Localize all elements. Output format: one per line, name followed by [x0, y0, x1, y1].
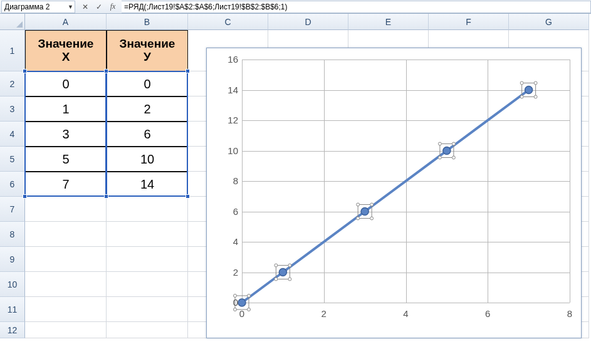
table-cell-r0-c1[interactable]: 0: [107, 71, 188, 96]
svg-point-11: [357, 203, 360, 206]
table-cell-r3-c1[interactable]: 10: [107, 147, 188, 172]
x-axis-tick: 8: [560, 308, 579, 319]
column-header-B[interactable]: B: [107, 14, 188, 30]
cancel-button[interactable]: ✕: [79, 1, 92, 13]
table-header-0[interactable]: ЗначениеХ: [25, 30, 107, 71]
x-axis-tick: 6: [478, 308, 497, 319]
spreadsheet: ABCDEFG 123456789101112 ЗначениеХЗначени…: [0, 14, 591, 363]
cell-A10[interactable]: [25, 272, 107, 297]
cell-A11[interactable]: [25, 297, 107, 322]
row-header-3[interactable]: 3: [0, 96, 25, 122]
chart-point[interactable]: [238, 299, 246, 306]
cell-B10[interactable]: [107, 272, 188, 297]
chart-inner: 024681012141602468: [207, 48, 581, 338]
x-axis-tick: 4: [397, 308, 416, 319]
row-header-5[interactable]: 5: [0, 147, 25, 172]
chart-point[interactable]: [443, 147, 451, 155]
svg-point-7: [288, 264, 291, 267]
svg-point-12: [370, 203, 374, 206]
name-box[interactable]: Диаграмма 2 ▼: [1, 1, 75, 13]
row-header-11[interactable]: 11: [0, 297, 25, 322]
row-header-1[interactable]: 1: [0, 30, 25, 71]
formula-bar: Диаграмма 2 ▼ ✕ ✓ fx =РЯД(;Лист19!$A$2:$…: [0, 0, 591, 14]
svg-point-2: [248, 294, 251, 298]
chart-point[interactable]: [361, 208, 369, 216]
row-header-10[interactable]: 10: [0, 272, 25, 297]
selection-handle[interactable]: [104, 194, 108, 199]
x-axis-tick: 2: [315, 308, 333, 319]
check-icon: ✓: [96, 3, 102, 11]
gridline-h: [242, 303, 570, 303]
cancel-icon: ✕: [82, 3, 88, 11]
column-header-D[interactable]: D: [268, 14, 348, 30]
row-header-2[interactable]: 2: [0, 71, 25, 96]
chart-series[interactable]: [242, 60, 570, 303]
enter-button[interactable]: ✓: [93, 1, 105, 13]
selection-handle[interactable]: [186, 194, 190, 199]
cell-B7[interactable]: [107, 197, 188, 222]
table-header-label: ЗначениеУ: [120, 38, 175, 64]
chart-point[interactable]: [525, 86, 533, 94]
dropdown-icon[interactable]: ▼: [68, 4, 73, 10]
column-header-F[interactable]: F: [429, 14, 509, 30]
chart-plot-area[interactable]: [242, 60, 570, 303]
cell-B9[interactable]: [107, 247, 188, 272]
row-header-8[interactable]: 8: [0, 222, 25, 247]
row-header-6[interactable]: 6: [0, 172, 25, 197]
svg-point-9: [288, 278, 291, 281]
selection-handle[interactable]: [23, 194, 27, 199]
table-cell-r2-c0[interactable]: 3: [25, 122, 107, 147]
table-cell-r4-c1[interactable]: 14: [107, 172, 188, 197]
cell-A12[interactable]: [25, 322, 107, 338]
name-box-text: Диаграмма 2: [4, 3, 50, 11]
y-axis-tick: 14: [213, 85, 238, 95]
insert-function-button[interactable]: fx: [107, 1, 119, 13]
svg-point-16: [438, 142, 441, 145]
column-header-E[interactable]: E: [348, 14, 429, 30]
select-all-corner[interactable]: [0, 14, 25, 30]
row-header-7[interactable]: 7: [0, 197, 25, 222]
table-cell-r1-c1[interactable]: 2: [107, 96, 188, 122]
svg-point-21: [520, 81, 523, 85]
table-cell-r2-c1[interactable]: 6: [107, 122, 188, 147]
table-cell-r1-c0[interactable]: 1: [25, 96, 107, 122]
selection-handle[interactable]: [186, 69, 190, 73]
svg-point-14: [370, 217, 374, 220]
y-axis-tick: 8: [213, 175, 238, 186]
cell-A9[interactable]: [25, 247, 107, 272]
y-axis-tick: 10: [213, 145, 238, 156]
formula-input[interactable]: =РЯД(;Лист19!$A$2:$A$6;Лист19!$B$2:$B$6;…: [122, 1, 591, 13]
formula-buttons: ✕ ✓ fx: [79, 1, 119, 13]
row-header-12[interactable]: 12: [0, 322, 25, 338]
selection-handle[interactable]: [23, 69, 27, 73]
y-axis-tick: 16: [213, 54, 238, 65]
row-headers: 123456789101112: [0, 30, 25, 338]
svg-point-23: [520, 95, 523, 98]
cell-B12[interactable]: [107, 322, 188, 338]
fx-icon: fx: [110, 2, 116, 11]
selection-handle[interactable]: [104, 69, 108, 73]
cell-B8[interactable]: [107, 222, 188, 247]
cell-A7[interactable]: [25, 197, 107, 222]
svg-point-22: [534, 81, 537, 85]
table-cell-r0-c0[interactable]: 0: [25, 71, 107, 96]
table-header-1[interactable]: ЗначениеУ: [107, 30, 188, 71]
svg-point-17: [452, 142, 455, 145]
column-headers: ABCDEFG: [25, 14, 591, 30]
cell-A8[interactable]: [25, 222, 107, 247]
column-header-C[interactable]: C: [188, 14, 268, 30]
row-header-4[interactable]: 4: [0, 122, 25, 147]
y-axis-tick: 2: [213, 267, 238, 278]
y-axis-tick: 6: [213, 206, 238, 217]
column-header-G[interactable]: G: [509, 14, 589, 30]
cell-B11[interactable]: [107, 297, 188, 322]
table-cell-r3-c0[interactable]: 5: [25, 147, 107, 172]
column-header-A[interactable]: A: [25, 14, 107, 30]
svg-point-13: [357, 217, 360, 220]
svg-point-8: [275, 278, 278, 281]
svg-point-19: [452, 156, 455, 159]
chart-point[interactable]: [279, 269, 286, 276]
chart[interactable]: 024681012141602468: [206, 48, 582, 338]
row-header-9[interactable]: 9: [0, 247, 25, 272]
table-cell-r4-c0[interactable]: 7: [25, 172, 107, 197]
